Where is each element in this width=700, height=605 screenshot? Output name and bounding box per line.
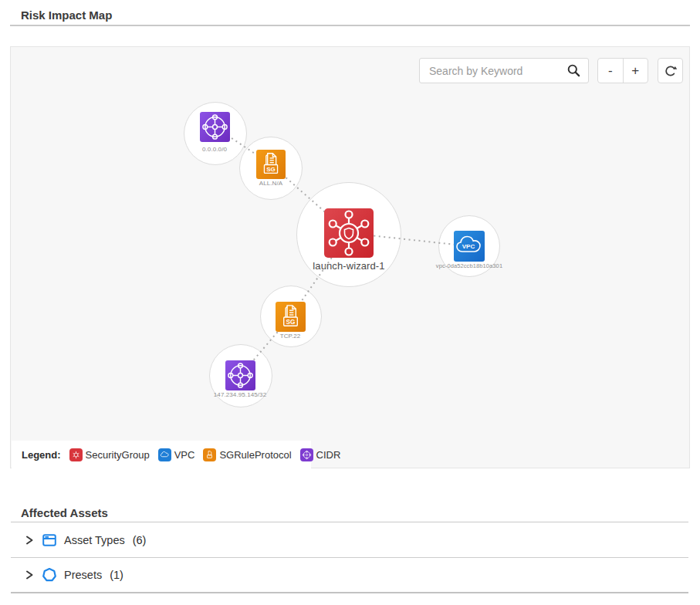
cidr-icon bbox=[300, 448, 313, 461]
row-label: Asset Types bbox=[64, 534, 125, 546]
node-label: 0.0.0.0/0 bbox=[176, 146, 253, 153]
asset-types-icon bbox=[42, 532, 57, 548]
node-label: 147.234.95.145/32 bbox=[186, 391, 294, 398]
presets-icon bbox=[42, 567, 57, 583]
zoom-in-button[interactable]: + bbox=[623, 59, 648, 83]
zoom-controls: - + bbox=[597, 58, 648, 83]
search-input[interactable] bbox=[419, 58, 589, 83]
sg-rule-protocol-icon bbox=[203, 448, 216, 461]
title-divider bbox=[10, 25, 690, 26]
legend-label: SecurityGroup bbox=[86, 449, 150, 461]
asset-row-asset-types[interactable]: Asset Types (6) bbox=[11, 522, 688, 558]
row-label: Presets bbox=[64, 569, 102, 581]
legend-item-securitygroup: SecurityGroup bbox=[69, 448, 150, 461]
legend-item-vpc: VPC bbox=[158, 448, 195, 461]
legend-label: CIDR bbox=[316, 449, 341, 461]
node-label: launch-wizard-1 bbox=[291, 260, 407, 272]
node-label: ALL.N/A bbox=[232, 180, 309, 187]
legend-title: Legend: bbox=[22, 449, 61, 461]
chevron-right-icon[interactable] bbox=[24, 570, 35, 580]
cidr-icon[interactable] bbox=[225, 360, 255, 390]
node-label: vpc-0da52ccb18b10a301 bbox=[411, 262, 527, 269]
search-icon[interactable] bbox=[566, 63, 581, 78]
security-group-icon[interactable] bbox=[324, 208, 374, 258]
legend-item-sgruleprotocol: SGRuleProtocol bbox=[203, 448, 291, 461]
chevron-right-icon[interactable] bbox=[24, 535, 35, 546]
asset-row-presets[interactable]: Presets (1) bbox=[11, 558, 688, 593]
search-box bbox=[419, 58, 589, 83]
page-title: Risk Impact Map bbox=[21, 8, 112, 22]
security-group-icon bbox=[69, 448, 83, 461]
legend-item-cidr: CIDR bbox=[300, 448, 341, 461]
vpc-icon[interactable]: VPC bbox=[454, 231, 485, 262]
sg-glyph-text: SG bbox=[286, 319, 296, 326]
legend-label: VPC bbox=[174, 449, 195, 461]
cidr-icon[interactable] bbox=[200, 112, 230, 142]
sg-rule-protocol-icon[interactable]: SG bbox=[256, 150, 286, 179]
affected-assets-title: Affected Assets bbox=[21, 506, 108, 519]
legend-bar: Legend: SecurityGroup VPC bbox=[12, 441, 311, 468]
risk-impact-map-canvas: 0.0.0.0/0 ALL.N/A launch-wizard-1 vpc-0d… bbox=[10, 46, 690, 468]
sg-glyph-text: SG bbox=[266, 166, 276, 173]
sg-rule-protocol-icon[interactable]: SG bbox=[276, 302, 306, 332]
vpc-glyph-text: VPC bbox=[462, 243, 475, 250]
legend-label: SGRuleProtocol bbox=[219, 449, 291, 461]
refresh-button[interactable] bbox=[658, 58, 683, 83]
zoom-out-button[interactable]: - bbox=[598, 59, 623, 83]
row-count: (6) bbox=[133, 534, 147, 546]
vpc-icon bbox=[158, 448, 171, 461]
row-count: (1) bbox=[110, 569, 123, 581]
node-label: TCP.22 bbox=[252, 333, 329, 340]
refresh-icon bbox=[664, 64, 678, 78]
